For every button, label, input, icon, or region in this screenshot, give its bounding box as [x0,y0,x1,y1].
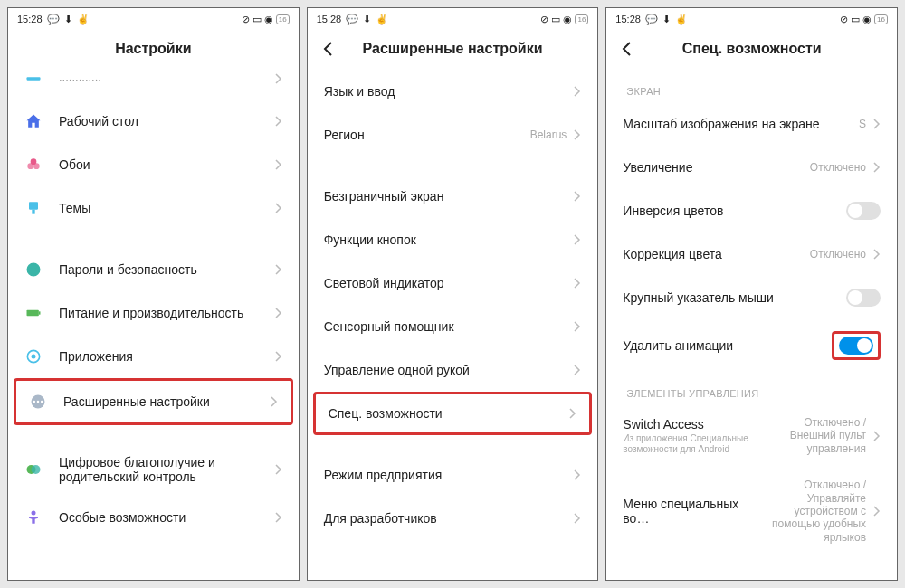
download-icon: ⬇ [363,14,371,25]
row-label: Рабочий стол [59,114,275,128]
row-label: Расширенные настройки [63,394,271,409]
status-time: 15:28 [17,14,43,24]
svg-rect-9 [39,311,41,314]
list-item-advanced[interactable]: Расширенные настройки [14,378,293,425]
list-item-battery[interactable]: Питание и производительность [12,291,295,335]
flower-icon [24,156,43,174]
vibrate-icon: ▭ [252,14,262,25]
list-item-language[interactable]: Язык и ввод [311,70,595,113]
header: Спец. возможности [606,28,897,70]
row-label: Безграничный экран [324,189,575,204]
chevron-right-icon [873,506,881,517]
list-item-color-inversion[interactable]: Инверсия цветов [610,189,893,232]
svg-rect-4 [29,202,38,209]
list-item-wallpaper[interactable]: Обои [12,143,295,186]
section-header-controls: ЭЛЕМЕНТЫ УПРАВЛЕНИЯ [610,372,893,404]
chevron-right-icon [275,159,282,170]
hand-icon: ✌ [376,14,388,25]
row-value: Belarus [530,128,567,141]
gear-icon [24,347,43,365]
hand-icon: ✌ [77,14,90,25]
svg-point-11 [32,355,36,359]
svg-rect-0 [27,77,41,80]
battery-badge: 16 [874,14,888,24]
list-item-fullscreen[interactable]: Безграничный экран [311,175,595,218]
row-label: Спец. возможности [329,406,570,421]
back-button[interactable] [621,41,632,57]
download-icon: ⬇ [662,14,671,25]
row-label: Удалить анимации [623,338,832,353]
battery-badge: 16 [276,14,290,24]
svg-point-17 [32,465,41,474]
page-title: Расширенные настройки [363,41,543,57]
toggle-remove-animations[interactable] [839,337,873,355]
list-item-region[interactable]: Регион Belarus [311,113,595,156]
list-item-switch-access[interactable]: Switch Access Из приложения Специальные … [610,404,893,467]
row-label: Язык и ввод [324,84,575,99]
list-item-large-pointer[interactable]: Крупный указатель мыши [610,276,893,319]
list-item-accessibility[interactable]: Спец. возможности [313,392,593,435]
chevron-right-icon [574,86,581,97]
svg-point-14 [37,401,40,403]
chevron-right-icon [574,234,581,245]
list-item-onehand[interactable]: Управление одной рукой [311,348,595,392]
back-button[interactable] [322,41,333,57]
row-label: Темы [59,201,275,215]
content-list[interactable]: ЭКРАН Масштаб изображения на экране S Ув… [606,70,897,580]
svg-point-2 [27,163,33,169]
row-label: Приложения [59,349,275,364]
row-label: Управление одной рукой [324,363,575,377]
chevron-right-icon [275,264,282,275]
header: Расширенные настройки [308,28,598,70]
list-item-themes[interactable]: Темы [12,186,295,230]
list-item-enterprise[interactable]: Режим предприятия [311,453,595,497]
row-label: Switch Access [623,417,757,432]
highlight-box [832,331,881,360]
row-label: Световой индикатор [324,276,575,290]
list-item-special[interactable]: Особые возможности [12,496,295,539]
chevron-right-icon [275,73,282,84]
content-list[interactable]: ············· Рабочий стол Обои Темы Пар… [8,70,299,580]
list-item-wellbeing[interactable]: Цифровое благополучие и родительский кон… [12,443,295,496]
download-icon: ⬇ [64,14,72,25]
row-value: Отключено / Управляйте устройством с пом… [757,479,866,544]
accessibility-icon [24,508,43,526]
list-item-developer[interactable]: Для разработчиков [311,497,595,540]
chevron-right-icon [574,321,581,332]
list-item-apps[interactable]: Приложения [12,335,295,378]
svg-point-13 [33,401,36,403]
list-item-magnification[interactable]: Увеличение Отключено [610,146,893,189]
svg-point-3 [33,163,40,169]
chevron-right-icon [873,431,881,441]
row-label: Пароли и безопасность [59,262,275,277]
list-item-color-correction[interactable]: Коррекция цвета Отключено [610,232,893,276]
content-list[interactable]: Язык и ввод Регион Belarus Безграничный … [308,70,598,580]
list-item-cut[interactable]: ············· [12,70,295,100]
status-time: 15:28 [615,14,641,24]
svg-rect-5 [32,210,34,214]
home-icon [24,112,43,130]
list-item-display-scale[interactable]: Масштаб изображения на экране S [610,102,893,146]
list-item-security[interactable]: Пароли и безопасность [12,248,295,291]
vibrate-icon: ▭ [851,14,860,25]
row-label: Увеличение [623,160,809,175]
list-item-touch-assistant[interactable]: Сенсорный помощник [311,305,595,348]
row-label: Функции кнопок [324,232,575,247]
list-item-accessibility-menu[interactable]: Меню специальных во… Отключено / Управля… [610,467,893,555]
chevron-right-icon [271,396,278,407]
chevron-right-icon [873,162,881,173]
row-label: Инверсия цветов [623,204,846,218]
row-label: Крупный указатель мыши [623,290,846,305]
page-title: Настройки [115,41,191,57]
list-item-buttons[interactable]: Функции кнопок [311,218,595,261]
chevron-right-icon [574,365,581,375]
list-item-remove-animations[interactable]: Удалить анимации [610,319,893,372]
toggle-color-inversion[interactable] [846,202,881,220]
toggle-large-pointer[interactable] [846,289,881,307]
battery-icon [24,304,43,322]
chat-icon: 💬 [645,14,658,25]
row-label: Режим предприятия [324,468,575,482]
list-item-home[interactable]: Рабочий стол [12,100,295,143]
list-item-led[interactable]: Световой индикатор [311,261,595,305]
row-label: Особые возможности [59,510,275,525]
